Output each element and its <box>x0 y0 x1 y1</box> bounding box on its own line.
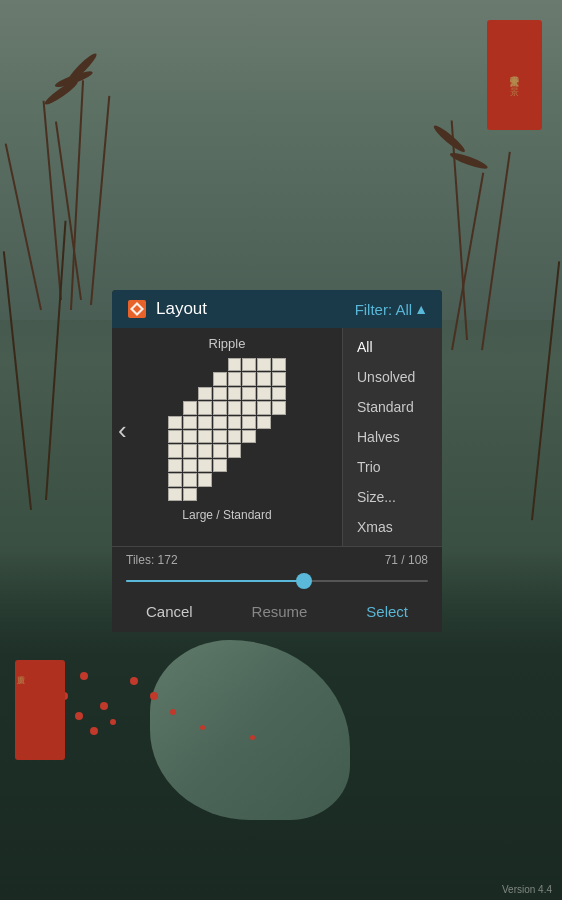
tile <box>168 430 182 443</box>
button-row: Cancel Resume Select <box>126 597 428 626</box>
filter-panel: All Unsolved Standard Halves Trio Size..… <box>342 328 442 546</box>
tile <box>242 488 256 501</box>
tile <box>183 387 197 400</box>
slider-thumb[interactable] <box>296 573 312 589</box>
tile <box>183 372 197 385</box>
tile <box>257 401 271 414</box>
tile <box>213 459 227 472</box>
resume-button[interactable]: Resume <box>232 597 328 626</box>
tile <box>213 488 227 501</box>
layout-modal: Layout Filter: All ▲ Ripple <box>112 290 442 632</box>
tile <box>228 387 242 400</box>
tile <box>242 473 256 486</box>
filter-item-trio[interactable]: Trio <box>343 452 442 482</box>
tile <box>257 444 271 457</box>
flower-9 <box>170 709 176 715</box>
tile <box>228 372 242 385</box>
cancel-button[interactable]: Cancel <box>126 597 213 626</box>
tile <box>198 401 212 414</box>
tile <box>213 358 227 371</box>
tile <box>183 358 197 371</box>
tile <box>228 358 242 371</box>
flower-11 <box>250 735 255 740</box>
tile <box>272 372 286 385</box>
tile <box>183 488 197 501</box>
tile <box>168 488 182 501</box>
select-button[interactable]: Select <box>346 597 428 626</box>
version-text: Version 4.4 <box>502 884 552 895</box>
banner-top-right: 富士三十六景甲斐大月の景 <box>487 20 542 130</box>
tile <box>228 444 242 457</box>
tile <box>198 387 212 400</box>
tiles-row: Tiles: 172 71 / 108 <box>126 553 428 567</box>
tile <box>168 387 182 400</box>
tile <box>183 444 197 457</box>
tile <box>198 372 212 385</box>
filter-item-halves[interactable]: Halves <box>343 422 442 452</box>
tile <box>257 416 271 429</box>
tile <box>168 358 182 371</box>
tile <box>168 444 182 457</box>
tile <box>228 473 242 486</box>
modal-body: Ripple <box>112 328 442 546</box>
tile <box>257 430 271 443</box>
tile <box>183 473 197 486</box>
tile <box>257 387 271 400</box>
flower-5 <box>150 692 158 700</box>
tile <box>198 473 212 486</box>
tile <box>272 444 286 457</box>
tile <box>198 416 212 429</box>
page-count: 71 / 108 <box>385 553 428 567</box>
tile <box>272 473 286 486</box>
tile <box>213 416 227 429</box>
puzzle-subtitle: Large / Standard <box>182 508 271 522</box>
puzzle-preview <box>167 357 287 502</box>
filter-item-unsolved[interactable]: Unsolved <box>343 362 442 392</box>
tile <box>257 358 271 371</box>
tile <box>213 387 227 400</box>
header-left: Layout <box>126 298 207 320</box>
tile <box>198 488 212 501</box>
banner-bottom-left: 廣重 <box>15 660 65 760</box>
filter-item-all[interactable]: All <box>343 332 442 362</box>
tile <box>213 401 227 414</box>
bottom-panel: Tiles: 172 71 / 108 Cancel Resume Select <box>112 546 442 632</box>
tile <box>242 401 256 414</box>
tile <box>242 358 256 371</box>
flower-6 <box>75 712 83 720</box>
nav-arrow-left[interactable]: ‹ <box>118 415 127 446</box>
flower-2 <box>80 672 88 680</box>
slider-track <box>126 580 428 582</box>
tile <box>213 372 227 385</box>
tile <box>213 430 227 443</box>
puzzle-name: Ripple <box>209 336 246 351</box>
tile <box>257 372 271 385</box>
filter-section[interactable]: Filter: All ▲ <box>355 301 428 318</box>
flower-4 <box>130 677 138 685</box>
tile <box>213 444 227 457</box>
tile <box>272 416 286 429</box>
tile <box>228 430 242 443</box>
tile <box>228 401 242 414</box>
tile <box>183 416 197 429</box>
flower-10 <box>200 725 205 730</box>
tile <box>183 430 197 443</box>
tile <box>272 488 286 501</box>
tile <box>213 473 227 486</box>
filter-item-standard[interactable]: Standard <box>343 392 442 422</box>
modal-title: Layout <box>156 299 207 319</box>
tile <box>242 387 256 400</box>
filter-item-size[interactable]: Size... <box>343 482 442 512</box>
tile <box>168 416 182 429</box>
tile <box>168 459 182 472</box>
tile <box>228 459 242 472</box>
tiles-count: Tiles: 172 <box>126 553 178 567</box>
filter-label: Filter: All <box>355 301 413 318</box>
tile <box>257 488 271 501</box>
flower-3 <box>100 702 108 710</box>
slider-fill <box>126 580 304 582</box>
tile <box>242 459 256 472</box>
slider-container[interactable] <box>126 573 428 589</box>
tile <box>272 358 286 371</box>
filter-item-xmas[interactable]: Xmas <box>343 512 442 542</box>
